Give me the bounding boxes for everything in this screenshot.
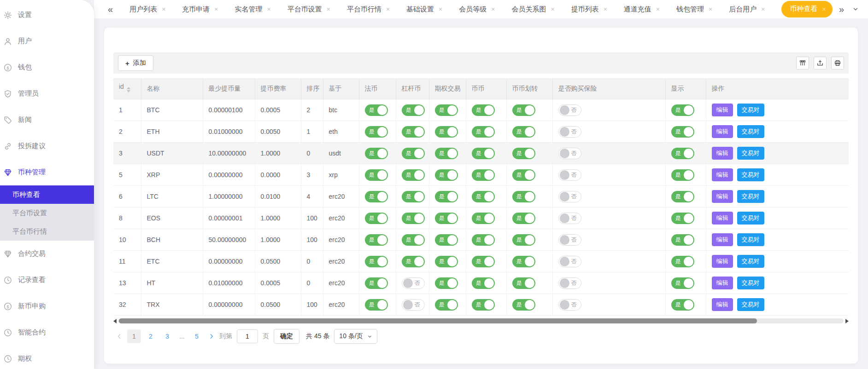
- edit-button[interactable]: 编辑: [712, 147, 733, 160]
- scroll-right-arrow-icon[interactable]: [845, 319, 849, 323]
- coin-toggle[interactable]: 是: [472, 126, 495, 138]
- tab-close-icon[interactable]: ×: [822, 6, 826, 13]
- tab-item[interactable]: 币种查看×: [781, 1, 832, 17]
- transfer-toggle[interactable]: 是: [512, 169, 535, 181]
- fiat-toggle[interactable]: 是: [365, 277, 388, 289]
- sort-icon[interactable]: [127, 85, 130, 94]
- show-toggle[interactable]: 是: [671, 126, 694, 138]
- lever-toggle[interactable]: 是: [402, 234, 425, 246]
- option-toggle[interactable]: 是: [435, 104, 458, 116]
- edit-button[interactable]: 编辑: [712, 298, 733, 311]
- sidebar-subitem-coin-view[interactable]: 币种查看: [0, 185, 94, 204]
- tab-close-icon[interactable]: ×: [214, 6, 218, 13]
- option-toggle[interactable]: 是: [435, 126, 458, 138]
- column-settings-button[interactable]: [796, 57, 809, 69]
- pair-button[interactable]: 交易对: [737, 233, 764, 246]
- insurance-toggle[interactable]: 否: [558, 213, 581, 224]
- edit-button[interactable]: 编辑: [712, 190, 733, 203]
- tab-item[interactable]: 平台币行情×: [347, 5, 390, 14]
- coin-toggle[interactable]: 是: [472, 104, 495, 116]
- pair-button[interactable]: 交易对: [737, 147, 764, 160]
- tabs-menu-chevron-down-icon[interactable]: [852, 6, 859, 12]
- pair-button[interactable]: 交易对: [737, 125, 764, 138]
- fiat-toggle[interactable]: 是: [365, 169, 388, 181]
- insurance-toggle[interactable]: 否: [558, 148, 581, 159]
- tab-close-icon[interactable]: ×: [709, 6, 712, 13]
- option-toggle[interactable]: 是: [435, 148, 458, 159]
- edit-button[interactable]: 编辑: [712, 277, 733, 289]
- tab-close-icon[interactable]: ×: [491, 6, 495, 13]
- show-toggle[interactable]: 是: [671, 234, 694, 246]
- tab-item[interactable]: 实名管理×: [235, 5, 271, 14]
- per-page-select[interactable]: 10 条/页: [334, 329, 377, 344]
- transfer-toggle[interactable]: 是: [512, 104, 535, 116]
- sidebar-item-options[interactable]: 期权: [0, 346, 94, 369]
- sidebar-subitem-platform-coin-settings[interactable]: 平台币设置: [0, 204, 94, 222]
- tab-item[interactable]: 用户列表×: [129, 5, 165, 14]
- insurance-toggle[interactable]: 否: [558, 169, 581, 181]
- lever-toggle[interactable]: 是: [402, 256, 425, 267]
- sidebar-item-settings[interactable]: 设置: [0, 2, 94, 28]
- fiat-toggle[interactable]: 是: [365, 148, 388, 159]
- option-toggle[interactable]: 是: [435, 234, 458, 246]
- pair-button[interactable]: 交易对: [737, 298, 764, 311]
- sidebar-item-users[interactable]: 用户: [0, 28, 94, 54]
- insurance-toggle[interactable]: 否: [558, 104, 581, 116]
- coin-toggle[interactable]: 是: [472, 191, 495, 202]
- lever-toggle[interactable]: 是: [402, 104, 425, 116]
- sidebar-item-new-coin-subscribe[interactable]: 新币申购: [0, 293, 94, 319]
- coin-toggle[interactable]: 是: [472, 277, 495, 289]
- coin-toggle[interactable]: 是: [472, 299, 495, 311]
- tab-item[interactable]: 平台币设置×: [287, 5, 330, 14]
- fiat-toggle[interactable]: 是: [365, 126, 388, 138]
- tab-close-icon[interactable]: ×: [604, 6, 607, 13]
- insurance-toggle[interactable]: 否: [558, 191, 581, 202]
- page-number[interactable]: 2: [144, 329, 158, 343]
- transfer-toggle[interactable]: 是: [512, 213, 535, 224]
- transfer-toggle[interactable]: 是: [512, 277, 535, 289]
- scroll-left-arrow-icon[interactable]: [113, 319, 117, 323]
- tab-item[interactable]: 会员等级×: [459, 5, 495, 14]
- option-toggle[interactable]: 是: [435, 299, 458, 311]
- sidebar-item-records[interactable]: 记录查看: [0, 267, 94, 293]
- tab-close-icon[interactable]: ×: [386, 6, 390, 13]
- print-button[interactable]: [831, 57, 844, 69]
- tabs-scroll-left-icon[interactable]: «: [108, 5, 113, 14]
- lever-toggle[interactable]: 否: [402, 277, 425, 289]
- page-number[interactable]: 1: [127, 329, 141, 343]
- lever-toggle[interactable]: 是: [402, 126, 425, 138]
- fiat-toggle[interactable]: 是: [365, 234, 388, 246]
- tab-item[interactable]: 基础设置×: [406, 5, 442, 14]
- sidebar-item-coin-management[interactable]: 币种管理: [0, 159, 94, 185]
- sidebar-subitem-platform-coin-market[interactable]: 平台币行情: [0, 222, 94, 241]
- coin-toggle[interactable]: 是: [472, 169, 495, 181]
- scrollbar-thumb[interactable]: [119, 318, 757, 323]
- edit-button[interactable]: 编辑: [712, 168, 733, 181]
- insurance-toggle[interactable]: 否: [558, 277, 581, 289]
- transfer-toggle[interactable]: 是: [512, 148, 535, 159]
- pair-button[interactable]: 交易对: [737, 212, 764, 225]
- transfer-toggle[interactable]: 是: [512, 256, 535, 267]
- tab-close-icon[interactable]: ×: [551, 6, 554, 13]
- tab-close-icon[interactable]: ×: [327, 6, 330, 13]
- page-input[interactable]: [237, 329, 258, 343]
- fiat-toggle[interactable]: 是: [365, 299, 388, 311]
- sidebar-item-wallet[interactable]: 钱包: [0, 54, 94, 81]
- lever-toggle[interactable]: 是: [402, 169, 425, 181]
- insurance-toggle[interactable]: 否: [558, 299, 581, 311]
- transfer-toggle[interactable]: 是: [512, 299, 535, 311]
- tab-close-icon[interactable]: ×: [162, 6, 165, 13]
- show-toggle[interactable]: 是: [671, 256, 694, 267]
- coin-toggle[interactable]: 是: [472, 148, 495, 159]
- tab-close-icon[interactable]: ×: [267, 6, 271, 13]
- fiat-toggle[interactable]: 是: [365, 104, 388, 116]
- tab-item[interactable]: 钱包管理×: [676, 5, 712, 14]
- sidebar-item-smart-contract[interactable]: 智能合约: [0, 319, 94, 346]
- fiat-toggle[interactable]: 是: [365, 256, 388, 267]
- sidebar-item-news[interactable]: 新闻: [0, 107, 94, 133]
- lever-toggle[interactable]: 否: [402, 299, 425, 311]
- transfer-toggle[interactable]: 是: [512, 191, 535, 202]
- pair-button[interactable]: 交易对: [737, 168, 764, 181]
- page-number[interactable]: 3: [160, 329, 174, 343]
- tab-close-icon[interactable]: ×: [761, 6, 765, 13]
